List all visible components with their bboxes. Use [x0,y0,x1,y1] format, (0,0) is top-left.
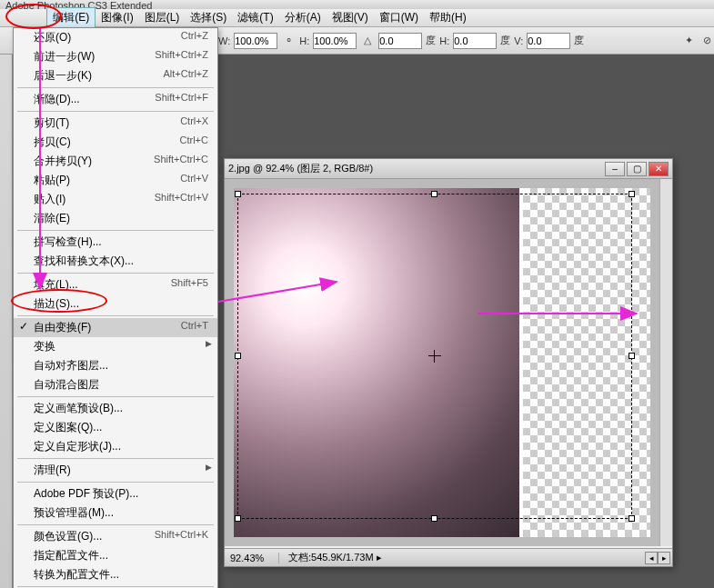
opt-angle-input[interactable] [378,33,422,49]
doc-size-info: 文档:545.9K/1.73M ▸ [279,551,645,564]
menu-item[interactable]: 变换 [14,337,217,356]
transform-center-icon[interactable] [428,350,441,363]
document-status-bar: 92.43% 文档:545.9K/1.73M ▸ ◂ ▸ [225,548,672,566]
menubar: 文件(F) 编辑(E) 图像(I) 图层(L) 选择(S) 滤镜(T) 分析(A… [0,9,714,27]
menu-item[interactable]: 定义图案(Q)... [14,418,217,437]
menu-item[interactable]: 清理(R) [14,461,217,480]
menu-item[interactable]: 定义自定形状(J)... [14,437,217,456]
opt-w-input[interactable] [234,33,277,49]
menu-item[interactable]: 拷贝(C)Ctrl+C [14,133,217,152]
menu-item[interactable]: 剪切(T)Ctrl+X [14,114,217,133]
menu-help[interactable]: 帮助(H) [424,8,472,27]
menu-item[interactable]: 自动对齐图层... [14,356,217,375]
minimize-button[interactable]: – [605,162,625,176]
transform-handle-e[interactable] [629,353,635,359]
transform-handle-sw[interactable] [235,515,241,522]
edit-menu-dropdown: 还原(O)Ctrl+Z前进一步(W)Shift+Ctrl+Z后退一步(K)Alt… [13,27,218,588]
menu-item[interactable]: Adobe PDF 预设(P)... [14,484,217,503]
menu-view[interactable]: 视图(V) [327,8,374,27]
menu-item[interactable]: 查找和替换文本(X)... [14,252,217,271]
document-canvas[interactable] [225,179,659,546]
menu-analysis[interactable]: 分析(A) [279,8,327,27]
menu-item[interactable]: 定义画笔预设(B)... [14,399,217,418]
menu-item[interactable]: 拼写检查(H)... [14,233,217,252]
transform-handle-ne[interactable] [629,191,635,197]
vertical-scrollbar[interactable] [659,179,672,546]
scroll-right-button[interactable]: ▸ [658,552,670,564]
link-icon[interactable]: ⚬ [281,34,296,48]
document-window: 2.jpg @ 92.4% (图层 2, RGB/8#) – ▢ ✕ [224,158,673,567]
menu-item[interactable]: 预设管理器(M)... [14,503,217,523]
cancel-icon[interactable]: ⊘ [699,34,714,48]
opt-v-input[interactable] [527,33,570,49]
menu-item[interactable]: 填充(L)...Shift+F5 [14,275,217,294]
close-button[interactable]: ✕ [649,162,669,176]
opt-v-label: V: [514,35,523,46]
transform-handle-se[interactable] [629,515,635,522]
opt-h2-label: H: [439,35,449,46]
menu-item[interactable]: 还原(O)Ctrl+Z [14,28,217,47]
opt-h-input[interactable] [313,33,357,49]
opt-trail-unit2: 度 [574,34,584,47]
menu-item[interactable]: 指定配置文件... [14,546,217,565]
opt-angle-unit: 度 [426,34,436,47]
scroll-left-button[interactable]: ◂ [645,552,658,564]
opt-w-label: W: [218,35,230,46]
transform-handle-s[interactable] [431,515,437,522]
zoom-level[interactable]: 92.43% [225,553,279,563]
menu-item[interactable]: 清除(E) [14,209,217,228]
menu-item[interactable]: 转换为配置文件... [14,565,217,584]
menu-image[interactable]: 图像(I) [96,8,138,27]
menu-item[interactable]: 描边(S)... [14,294,217,314]
opt-h2-input[interactable] [453,33,497,49]
menu-item[interactable]: 渐隐(D)...Shift+Ctrl+F [14,90,217,109]
transform-handle-nw[interactable] [235,191,241,197]
transform-bounding-box[interactable] [237,194,632,519]
menu-item[interactable]: 合并拷贝(Y)Shift+Ctrl+C [14,152,217,171]
menu-item[interactable]: 粘贴(P)Ctrl+V [14,171,217,190]
maximize-button[interactable]: ▢ [627,162,647,176]
menu-layer[interactable]: 图层(L) [139,8,186,27]
menu-edit[interactable]: 编辑(E) [46,7,96,28]
menu-item[interactable]: 自由变换(F)Ctrl+T [14,318,217,337]
menu-item[interactable]: 颜色设置(G)...Shift+Ctrl+K [14,527,217,546]
opt-trail-unit: 度 [500,34,510,47]
document-title: 2.jpg @ 92.4% (图层 2, RGB/8#) [228,162,373,175]
opt-h-label: H: [299,35,309,46]
angle-icon: △ [360,34,375,48]
tool-palette[interactable] [0,55,13,588]
menu-item[interactable]: 后退一步(K)Alt+Ctrl+Z [14,66,217,85]
menu-item[interactable]: 贴入(I)Shift+Ctrl+V [14,190,217,209]
transform-handle-n[interactable] [431,191,437,197]
dropdown-arrow-icon[interactable]: ▸ [377,552,382,563]
menu-item[interactable]: 自动混合图层 [14,375,217,394]
menu-select[interactable]: 选择(S) [185,8,232,27]
warp-icon[interactable]: ✦ [681,34,696,48]
document-titlebar[interactable]: 2.jpg @ 92.4% (图层 2, RGB/8#) – ▢ ✕ [225,159,672,179]
transform-handle-w[interactable] [235,353,241,359]
menu-window[interactable]: 窗口(W) [374,8,424,27]
menu-item[interactable]: 前进一步(W)Shift+Ctrl+Z [14,47,217,66]
menu-filter[interactable]: 滤镜(T) [232,8,278,27]
